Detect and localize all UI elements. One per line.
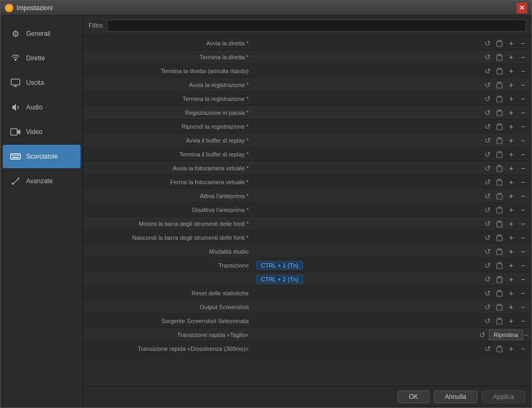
sidebar-item-video[interactable]: Video — [3, 120, 81, 144]
reset-icon-button[interactable]: ↺ — [482, 246, 493, 257]
remove-icon-button[interactable]: − — [518, 121, 528, 132]
remove-icon-button[interactable]: − — [518, 66, 528, 76]
reset-icon-button[interactable]: ↺ — [482, 316, 493, 326]
add-icon-button[interactable]: + — [506, 274, 517, 285]
delete-icon-button[interactable] — [494, 302, 505, 312]
delete-icon-button[interactable] — [494, 135, 505, 146]
remove-icon-button[interactable]: − — [518, 191, 528, 201]
remove-icon-button[interactable]: − — [518, 302, 528, 312]
close-button[interactable]: ✕ — [517, 3, 527, 13]
reset-icon-button[interactable]: ↺ — [482, 191, 493, 201]
add-icon-button[interactable]: + — [506, 246, 517, 257]
remove-icon-button[interactable]: − — [518, 205, 528, 215]
add-icon-button[interactable]: + — [506, 232, 517, 243]
annulla-button[interactable]: Annulla — [434, 390, 478, 403]
reset-icon-button[interactable]: ↺ — [482, 66, 493, 76]
add-icon-button[interactable]: + — [506, 135, 517, 146]
sidebar-item-audio[interactable]: Audio — [3, 96, 81, 119]
reset-icon-button[interactable]: ↺ — [482, 232, 493, 243]
reset-icon-button[interactable]: ↺ — [482, 121, 493, 132]
add-icon-button[interactable]: + — [506, 93, 517, 104]
remove-icon-button[interactable]: − — [518, 232, 528, 243]
delete-icon-button[interactable] — [494, 163, 505, 174]
delete-icon-button[interactable] — [494, 191, 505, 201]
remove-icon-button[interactable]: − — [518, 288, 528, 299]
reset-icon-button[interactable]: ↺ — [482, 260, 493, 271]
add-icon-button[interactable]: + — [506, 288, 517, 299]
add-icon-button[interactable]: + — [506, 38, 517, 49]
reset-icon-button[interactable]: ↺ — [477, 329, 488, 340]
remove-icon-button[interactable]: − — [518, 274, 528, 285]
reset-icon-button[interactable]: ↺ — [482, 343, 493, 354]
remove-icon-button[interactable]: − — [518, 52, 528, 62]
remove-icon-button[interactable]: − — [518, 107, 528, 118]
add-icon-button[interactable]: + — [506, 205, 517, 215]
reset-icon-button[interactable]: ↺ — [482, 218, 493, 229]
delete-icon-button[interactable] — [494, 93, 505, 104]
add-icon-button[interactable]: + — [506, 80, 517, 90]
reset-icon-button[interactable]: ↺ — [482, 302, 493, 312]
reset-icon-button[interactable]: ↺ — [482, 93, 493, 104]
remove-icon-button[interactable]: − — [518, 316, 528, 326]
delete-icon-button[interactable] — [494, 80, 505, 90]
delete-icon-button[interactable] — [494, 52, 505, 62]
delete-icon-button[interactable] — [494, 260, 505, 271]
sidebar-item-uscita[interactable]: Uscita — [3, 71, 81, 95]
remove-icon-button[interactable]: − — [518, 38, 528, 49]
reset-icon-button[interactable]: ↺ — [482, 205, 493, 215]
add-icon-button[interactable]: + — [506, 218, 517, 229]
delete-icon-button[interactable] — [494, 316, 505, 326]
remove-icon-button[interactable]: − — [518, 93, 528, 104]
applica-button[interactable]: Applica — [482, 390, 525, 403]
reset-icon-button[interactable]: ↺ — [482, 149, 493, 160]
delete-icon-button[interactable] — [494, 288, 505, 299]
reset-icon-button[interactable]: ↺ — [482, 52, 493, 62]
add-icon-button[interactable]: + — [506, 121, 517, 132]
reset-icon-button[interactable]: ↺ — [482, 107, 493, 118]
ripristina-button[interactable]: Ripristina — [489, 329, 523, 340]
remove-icon-button[interactable]: − — [518, 260, 528, 271]
filter-input[interactable] — [107, 20, 526, 32]
reset-icon-button[interactable]: ↺ — [482, 38, 493, 49]
reset-icon-button[interactable]: ↺ — [482, 177, 493, 187]
reset-icon-button[interactable]: ↺ — [482, 288, 493, 299]
delete-icon-button[interactable] — [494, 177, 505, 187]
sidebar-item-generali[interactable]: ⚙ Generali — [3, 22, 81, 45]
add-icon-button[interactable]: + — [506, 163, 517, 174]
add-icon-button[interactable]: + — [506, 260, 517, 271]
reset-icon-button[interactable]: ↺ — [482, 163, 493, 174]
sidebar-item-dirette[interactable]: Dirette — [3, 46, 81, 70]
reset-icon-button[interactable]: ↺ — [482, 135, 493, 146]
delete-icon-button[interactable] — [494, 232, 505, 243]
reset-icon-button[interactable]: ↺ — [482, 80, 493, 90]
remove-icon-button[interactable]: − — [518, 135, 528, 146]
delete-icon-button[interactable] — [494, 121, 505, 132]
delete-icon-button[interactable] — [494, 38, 505, 49]
add-icon-button[interactable]: + — [506, 316, 517, 326]
ok-button[interactable]: OK — [398, 390, 429, 403]
remove-icon-button[interactable]: − — [518, 218, 528, 229]
reset-icon-button[interactable]: ↺ — [482, 274, 493, 285]
add-icon-button[interactable]: + — [506, 52, 517, 62]
sidebar-item-scorciatoie[interactable]: Scorciatoie — [3, 145, 81, 168]
remove-icon-button[interactable]: − — [518, 343, 528, 354]
remove-icon-button[interactable]: − — [518, 177, 528, 187]
remove-icon-button[interactable]: − — [518, 163, 528, 174]
remove-icon-button[interactable]: − — [518, 246, 528, 257]
delete-icon-button[interactable] — [494, 205, 505, 215]
delete-icon-button[interactable] — [494, 66, 505, 76]
delete-icon-button[interactable] — [494, 218, 505, 229]
add-icon-button[interactable]: + — [506, 177, 517, 187]
delete-icon-button[interactable] — [494, 343, 505, 354]
remove-icon-button[interactable]: − — [518, 80, 528, 90]
add-icon-button[interactable]: + — [506, 302, 517, 312]
add-icon-button[interactable]: + — [506, 343, 517, 354]
add-icon-button[interactable]: + — [506, 107, 517, 118]
remove-icon-button[interactable]: − — [518, 149, 528, 160]
add-icon-button[interactable]: + — [506, 149, 517, 160]
delete-icon-button[interactable] — [494, 149, 505, 160]
add-icon-button[interactable]: + — [506, 191, 517, 201]
delete-icon-button[interactable] — [494, 274, 505, 285]
delete-icon-button[interactable] — [494, 246, 505, 257]
add-icon-button[interactable]: + — [506, 66, 517, 76]
